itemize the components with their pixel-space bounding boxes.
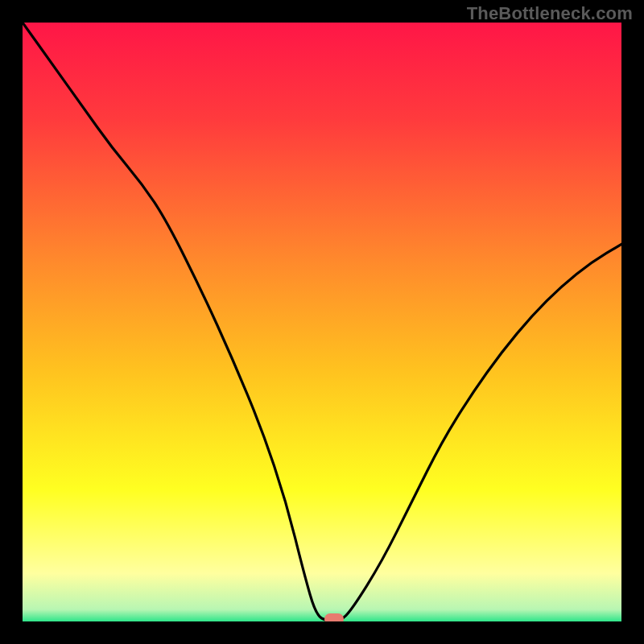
bottleneck-curve-svg: [23, 23, 621, 621]
plot-area: [23, 23, 621, 621]
watermark-text: TheBottleneck.com: [467, 3, 633, 24]
bottleneck-curve: [23, 23, 621, 621]
plot-outer: [23, 23, 621, 621]
chart-frame: TheBottleneck.com: [0, 0, 644, 644]
optimum-marker: [324, 613, 344, 621]
